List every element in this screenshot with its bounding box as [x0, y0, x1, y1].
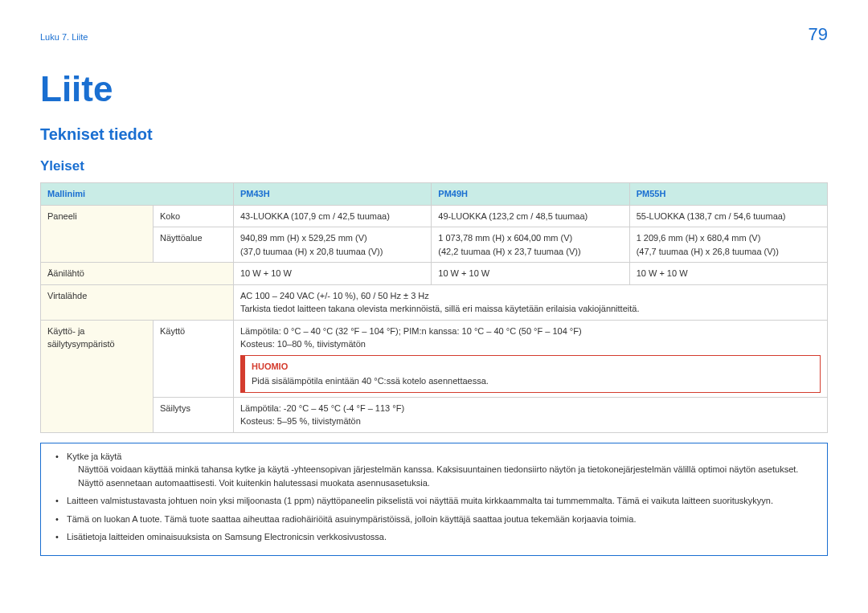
page-title: Liite: [40, 69, 828, 109]
section-title: Tekniset tiedot: [40, 125, 828, 144]
specs-table: Mallinimi PM43H PM49H PM55H Paneeli Koko…: [40, 182, 828, 433]
list-item: Kytke ja käytä Näyttöä voidaan käyttää m…: [55, 450, 816, 490]
operating-line2: Kosteus: 10–80 %, tiivistymätön: [240, 337, 821, 351]
power-label: Virtalähde: [41, 284, 234, 320]
header-pm43h: PM43H: [234, 183, 432, 206]
list-item: Lisätietoja laitteiden ominaisuuksista o…: [55, 530, 816, 544]
panel-size-m1: 43-LUOKKA (107,9 cm / 42,5 tuumaa): [234, 205, 432, 227]
table-row: Äänilähtö 10 W + 10 W 10 W + 10 W 10 W +…: [41, 263, 828, 285]
note1-title: Kytke ja käytä: [67, 452, 121, 461]
header-pm55h: PM55H: [629, 183, 827, 206]
table-row: Virtalähde AC 100 – 240 VAC (+/- 10 %), …: [41, 284, 828, 320]
storage-label: Säilytys: [154, 397, 234, 432]
env-label: Käyttö- ja säilytysympäristö: [41, 320, 154, 432]
operating-label: Käyttö: [154, 320, 234, 397]
display-area-m2: 1 073,78 mm (H) x 604,00 mm (V) (42,2 tu…: [432, 227, 629, 263]
header-model: Mallinimi: [41, 183, 234, 206]
table-row: Säilytys Lämpötila: -20 °C – 45 °C (-4 °…: [41, 397, 828, 432]
storage-value: Lämpötila: -20 °C – 45 °C (-4 °F – 113 °…: [234, 397, 828, 432]
audio-m2: 10 W + 10 W: [432, 263, 629, 285]
note1-body: Näyttöä voidaan käyttää minkä tahansa ky…: [67, 463, 816, 489]
audio-m1: 10 W + 10 W: [234, 263, 432, 285]
display-area-m3: 1 209,6 mm (H) x 680,4 mm (V) (47,7 tuum…: [629, 227, 827, 263]
power-line1: AC 100 – 240 VAC (+/- 10 %), 60 / 50 Hz …: [240, 289, 821, 303]
audio-m3: 10 W + 10 W: [629, 263, 827, 285]
power-value: AC 100 – 240 VAC (+/- 10 %), 60 / 50 Hz …: [234, 284, 828, 320]
subsection-title: Yleiset: [40, 158, 828, 174]
table-header-row: Mallinimi PM43H PM49H PM55H: [41, 183, 828, 206]
breadcrumb: Luku 7. Liite: [40, 32, 88, 42]
power-line2: Tarkista tiedot laitteen takana olevista…: [240, 302, 821, 316]
table-row: Käyttö- ja säilytysympäristö Käyttö Lämp…: [41, 320, 828, 397]
table-row: Näyttöalue 940,89 mm (H) x 529,25 mm (V)…: [41, 227, 828, 263]
panel-size-m2: 49-LUOKKA (123,2 cm / 48,5 tuumaa): [432, 205, 629, 227]
table-row: Paneeli Koko 43-LUOKKA (107,9 cm / 42,5 …: [41, 205, 828, 227]
list-item: Tämä on luokan A tuote. Tämä tuote saatt…: [55, 513, 816, 526]
caution-text: Pidä sisälämpötila enintään 40 °C:ssä ko…: [252, 376, 489, 386]
header-pm49h: PM49H: [432, 183, 629, 206]
caution-label: HUOMIO: [252, 360, 813, 374]
panel-size-m3: 55-LUOKKA (138,7 cm / 54,6 tuumaa): [629, 205, 827, 227]
operating-value: Lämpötila: 0 °C – 40 °C (32 °F – 104 °F)…: [234, 320, 828, 397]
notes-box: Kytke ja käytä Näyttöä voidaan käyttää m…: [40, 443, 828, 556]
display-area-label: Näyttöalue: [154, 227, 234, 263]
page-number: 79: [809, 24, 828, 45]
panel-size-label: Koko: [154, 205, 234, 227]
display-area-m1: 940,89 mm (H) x 529,25 mm (V) (37,0 tuum…: [234, 227, 432, 263]
document-header: Luku 7. Liite 79: [40, 24, 828, 45]
storage-line1: Lämpötila: -20 °C – 45 °C (-4 °F – 113 °…: [240, 402, 821, 415]
panel-label: Paneeli: [41, 205, 154, 263]
operating-line1: Lämpötila: 0 °C – 40 °C (32 °F – 104 °F)…: [240, 325, 821, 338]
storage-line2: Kosteus: 5–95 %, tiivistymätön: [240, 415, 821, 428]
audio-label: Äänilähtö: [41, 263, 234, 285]
caution-box: HUOMIO Pidä sisälämpötila enintään 40 °C…: [240, 355, 821, 393]
list-item: Laitteen valmistustavasta johtuen noin y…: [55, 494, 816, 508]
